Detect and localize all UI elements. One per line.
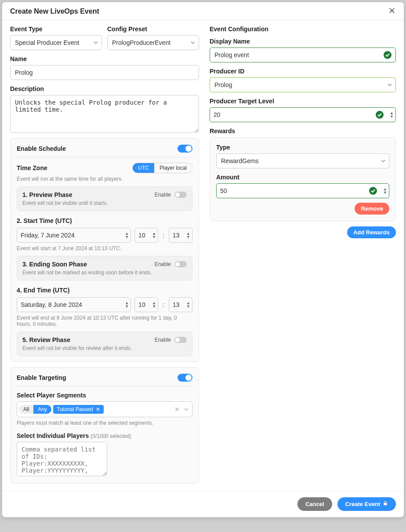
reward-amount-value: 50: [220, 187, 227, 194]
clear-segments-icon[interactable]: ✕: [174, 406, 180, 413]
close-icon[interactable]: [388, 7, 396, 16]
stepper-arrows-icon: ▲▼: [390, 111, 394, 118]
end-time-hint: Event will end at 8 June 2024 at 10:13 U…: [17, 315, 192, 327]
match-mode-pill-group[interactable]: All Any: [19, 405, 51, 414]
stepper-arrows-icon: ▲▼: [125, 232, 129, 239]
config-preset-label: Config Preset: [107, 26, 199, 33]
check-icon: [384, 51, 392, 59]
add-rewards-button[interactable]: Add Rewards: [347, 226, 396, 238]
match-all-option[interactable]: All: [19, 405, 33, 414]
segment-chip[interactable]: Tutorial Passed ✕: [53, 405, 104, 414]
individual-players-textarea[interactable]: [17, 442, 107, 476]
create-event-button[interactable]: Create Event: [337, 497, 396, 511]
match-any-option[interactable]: Any: [33, 405, 51, 414]
ending-soon-enable-toggle[interactable]: [174, 261, 187, 267]
time-colon: :: [162, 301, 165, 308]
preview-phase-title: 1. Preview Phase: [22, 191, 72, 198]
producer-id-select[interactable]: Prolog: [210, 77, 396, 92]
individual-label: Select Individual Players (0/1000 select…: [17, 432, 192, 439]
review-phase-desc: Event will not be visible for review aft…: [22, 345, 187, 351]
rewards-label: Rewards: [210, 128, 396, 135]
event-config-title: Event Configuration: [210, 26, 396, 33]
modal-title: Create New LiveOps Event: [10, 7, 99, 15]
reward-card: Type RewardGems Amount 50 ▲▼: [210, 137, 396, 221]
timezone-local-option[interactable]: Player local: [154, 163, 192, 173]
modal-footer: Cancel Create Event: [2, 491, 404, 517]
start-date-value: Friday, 7 June 2024: [21, 232, 75, 239]
lock-icon: [383, 501, 388, 507]
review-enable-toggle[interactable]: [174, 337, 187, 343]
stepper-arrows-icon: ▲▼: [383, 187, 387, 194]
name-input[interactable]: [10, 65, 199, 80]
reward-type-label: Type: [216, 144, 389, 151]
ending-soon-desc: Event will not be marked as ending soon …: [22, 270, 187, 276]
remove-reward-button[interactable]: Remove: [355, 203, 389, 215]
review-phase-card: 5. Review Phase Enable Event will not be…: [17, 332, 192, 356]
end-date-value: Saturday, 8 June 2024: [21, 301, 82, 308]
display-name-input[interactable]: [210, 47, 396, 62]
timezone-label: Time Zone: [17, 164, 47, 171]
chevron-down-icon: [388, 81, 392, 88]
stepper-arrows-icon: ▲▼: [125, 301, 129, 308]
preview-phase-card: 1. Preview Phase Enable Event will not b…: [17, 186, 192, 211]
cancel-button[interactable]: Cancel: [297, 497, 332, 511]
start-hour-value: 10: [138, 232, 145, 239]
description-label: Description: [10, 85, 199, 92]
producer-id-label: Producer ID: [210, 68, 396, 75]
name-label: Name: [10, 55, 199, 62]
end-date-input[interactable]: Saturday, 8 June 2024 ▲▼: [17, 297, 131, 312]
description-textarea[interactable]: Unlocks the special Prolog producer for …: [10, 95, 199, 133]
start-minute-input[interactable]: 13 ▲▼: [169, 228, 192, 243]
individual-count: (0/1000 selected): [91, 433, 131, 439]
timezone-utc-option[interactable]: UTC: [133, 163, 154, 173]
targeting-panel: Enable Targeting Select Player Segments …: [10, 367, 199, 484]
event-type-label: Event Type: [10, 26, 102, 33]
end-hour-value: 10: [138, 301, 145, 308]
ending-soon-card: 3. Ending Soon Phase Enable Event will n…: [17, 256, 192, 281]
start-time-hint: Event will start at 7 June 2024 at 10:13…: [17, 245, 192, 251]
timezone-pill-group[interactable]: UTC Player local: [132, 163, 192, 173]
reward-amount-label: Amount: [216, 174, 389, 181]
enable-schedule-toggle[interactable]: [178, 145, 192, 153]
event-type-select[interactable]: Special Producer Event: [10, 35, 102, 50]
stepper-arrows-icon: ▲▼: [152, 232, 156, 239]
target-level-input[interactable]: 20 ▲▼: [210, 107, 396, 122]
chevron-down-icon: [381, 157, 385, 164]
config-preset-select[interactable]: PrologProducerEvent: [107, 35, 199, 50]
timezone-hint: Event will run at the same time for all …: [17, 176, 192, 182]
producer-id-value: Prolog: [214, 81, 232, 88]
chip-remove-icon[interactable]: ✕: [96, 406, 100, 412]
target-level-label: Producer Target Level: [210, 98, 396, 105]
start-minute-value: 13: [173, 232, 180, 239]
check-icon: [376, 111, 384, 119]
start-hour-input[interactable]: 10 ▲▼: [134, 228, 158, 243]
stepper-arrows-icon: ▲▼: [152, 301, 156, 308]
create-event-label: Create Event: [345, 501, 380, 507]
review-phase-title: 5. Review Phase: [22, 336, 70, 343]
modal-header: Create New LiveOps Event: [2, 2, 404, 20]
segments-label: Select Player Segments: [17, 392, 192, 399]
create-event-modal: Create New LiveOps Event Event Type Spec…: [2, 2, 404, 517]
end-time-title: 4. End Time (UTC): [17, 287, 192, 294]
schedule-panel: Enable Schedule Time Zone UTC Player loc…: [10, 138, 199, 362]
ending-soon-title: 3. Ending Soon Phase: [22, 261, 87, 268]
preview-enable-toggle[interactable]: [174, 192, 187, 198]
reward-type-value: RewardGems: [221, 157, 259, 164]
chevron-down-icon[interactable]: [184, 405, 188, 413]
check-icon: [369, 187, 377, 195]
time-colon: :: [162, 232, 165, 239]
enable-schedule-label: Enable Schedule: [17, 145, 66, 152]
end-minute-value: 13: [173, 301, 180, 308]
reward-amount-input[interactable]: 50 ▲▼: [216, 183, 389, 198]
end-minute-input[interactable]: 13 ▲▼: [169, 297, 192, 312]
target-level-value: 20: [214, 111, 221, 118]
event-type-value: Special Producer Event: [15, 39, 79, 46]
preview-phase-desc: Event will not be visible until it start…: [22, 200, 187, 206]
end-hour-input[interactable]: 10 ▲▼: [134, 297, 158, 312]
enable-targeting-toggle[interactable]: [178, 374, 192, 382]
segments-input[interactable]: All Any Tutorial Passed ✕ ✕: [17, 401, 192, 417]
start-time-title: 2. Start Time (UTC): [17, 217, 192, 224]
preview-enable-label: Enable: [155, 192, 171, 198]
start-date-input[interactable]: Friday, 7 June 2024 ▲▼: [17, 228, 131, 243]
reward-type-select[interactable]: RewardGems: [216, 153, 389, 168]
